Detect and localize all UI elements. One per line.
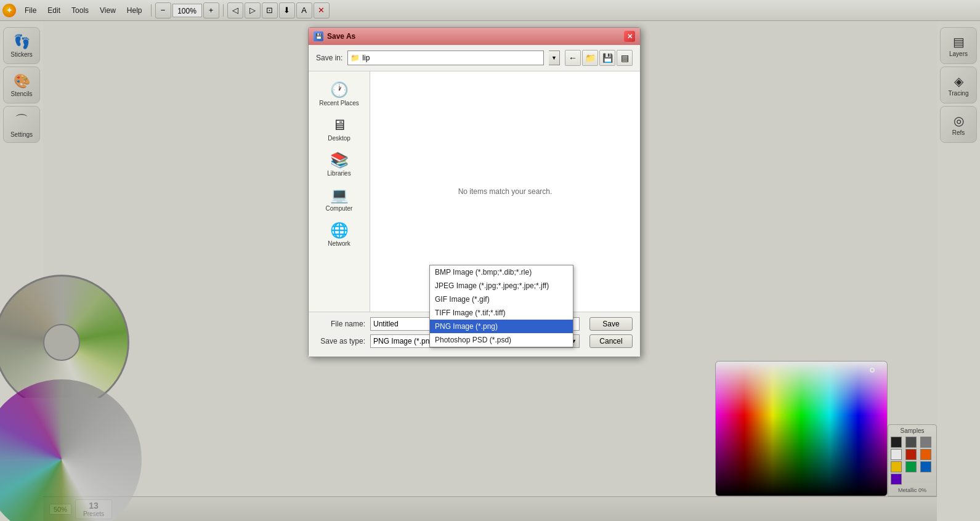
dialog-nav: 🕐 Recent Places 🖥 Desktop 📚 Libraries 💻 … — [309, 71, 370, 312]
save-as-type-label: Save as type: — [316, 337, 365, 345]
nav-libraries[interactable]: 📚 Libraries — [315, 148, 364, 180]
desktop-label: Desktop — [328, 135, 350, 142]
savein-select[interactable]: 📁 lip — [347, 50, 544, 65]
format-jpeg[interactable]: JPEG Image (*.jpg;*.jpeg;*.jpe;*.jff) — [430, 279, 573, 293]
libraries-label: Libraries — [327, 170, 350, 177]
dialog-titlebar: 💾 Save As ✕ — [309, 28, 640, 45]
nav-recent-places[interactable]: 🕐 Recent Places — [315, 78, 364, 110]
format-tiff[interactable]: TIFF Image (*.tif;*.tiff) — [430, 306, 573, 320]
recent-places-label: Recent Places — [319, 100, 358, 107]
savein-label: Save in: — [316, 54, 342, 62]
dialog-toolbar: ← 📁 💾 ▤ — [565, 50, 633, 66]
dialog-close-btn[interactable]: ✕ — [624, 31, 635, 42]
nav-back-btn[interactable]: ← — [565, 50, 581, 66]
computer-icon: 💻 — [330, 187, 349, 204]
nav-network[interactable]: 🌐 Network — [315, 218, 364, 251]
nav-desktop[interactable]: 🖥 Desktop — [315, 113, 364, 145]
file-name-label: File name: — [316, 320, 365, 328]
savein-value: lip — [362, 54, 370, 62]
format-bmp[interactable]: BMP Image (*.bmp;*.dib;*.rle) — [430, 265, 573, 279]
savein-dropdown-arrow[interactable]: ▼ — [549, 50, 560, 65]
nav-computer[interactable]: 💻 Computer — [315, 183, 364, 216]
savein-folder-icon: 📁 — [350, 54, 360, 62]
dialog-title-text: Save As — [327, 32, 620, 41]
format-type-dropdown: BMP Image (*.bmp;*.dib;*.rle) JPEG Image… — [429, 265, 573, 347]
libraries-icon: 📚 — [330, 151, 349, 169]
new-folder-btn[interactable]: 📁 — [582, 50, 598, 66]
no-items-text: No items match your search. — [458, 187, 553, 196]
format-psd[interactable]: Photoshop PSD (*.psd) — [430, 333, 573, 347]
format-png[interactable]: PNG Image (*.png) — [430, 320, 573, 333]
save-to-btn[interactable]: 💾 — [599, 50, 615, 66]
cancel-btn-container: Cancel — [589, 334, 633, 348]
desktop-icon: 🖥 — [332, 116, 347, 134]
computer-label: Computer — [326, 205, 353, 212]
network-icon: 🌐 — [330, 222, 349, 239]
save-btn[interactable]: Save — [589, 317, 633, 331]
dialog-action-buttons: Save — [589, 317, 633, 331]
view-options-btn[interactable]: ▤ — [617, 50, 633, 66]
network-label: Network — [328, 240, 350, 247]
cancel-btn[interactable]: Cancel — [589, 334, 633, 348]
dialog-title-icon: 💾 — [314, 31, 323, 41]
dialog-topbar: Save in: 📁 lip ▼ ← 📁 💾 ▤ — [309, 45, 640, 71]
format-gif[interactable]: GIF Image (*.gif) — [430, 293, 573, 306]
recent-places-icon: 🕐 — [330, 81, 349, 99]
